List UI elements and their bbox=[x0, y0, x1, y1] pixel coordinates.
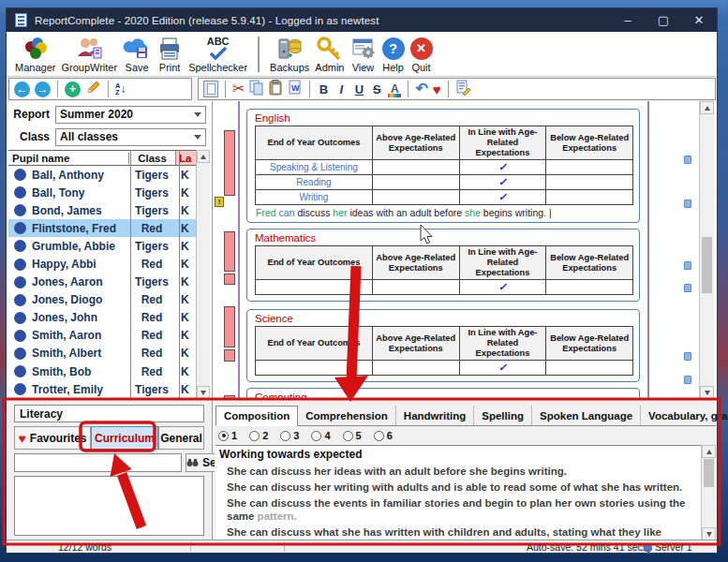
check-cell[interactable] bbox=[546, 190, 633, 205]
check-cell[interactable] bbox=[372, 190, 459, 205]
check-cell[interactable] bbox=[372, 160, 459, 175]
minimize-button[interactable]: – bbox=[610, 8, 646, 32]
tab-general[interactable]: General bbox=[158, 426, 204, 450]
section-marker[interactable] bbox=[224, 306, 235, 348]
paragraph-marker-icon[interactable] bbox=[684, 376, 691, 384]
doc-edit-button[interactable] bbox=[455, 80, 471, 99]
tab-composition[interactable]: Composition bbox=[215, 406, 298, 426]
scrollbar-thumb[interactable] bbox=[704, 459, 714, 487]
section-marker[interactable] bbox=[224, 130, 235, 196]
statement-results-list[interactable] bbox=[14, 476, 204, 536]
strikethrough-button[interactable]: S bbox=[370, 82, 383, 96]
report-scrollbar[interactable] bbox=[699, 101, 714, 399]
pupil-row[interactable]: Smith, AaronRedK bbox=[8, 327, 196, 345]
pupil-row[interactable]: Happy, AbbiRedK bbox=[8, 255, 196, 273]
scroll-down-button[interactable] bbox=[700, 386, 714, 399]
paragraph-marker-icon[interactable] bbox=[684, 352, 691, 361]
statement-item[interactable]: She can discuss what she has written wit… bbox=[215, 524, 716, 540]
level-radio-6[interactable]: 6 bbox=[374, 430, 393, 441]
maximize-button[interactable]: ▢ bbox=[646, 8, 681, 32]
scrollbar-thumb[interactable] bbox=[702, 237, 712, 293]
check-cell[interactable] bbox=[372, 175, 459, 190]
paragraph-marker-icon[interactable] bbox=[684, 261, 691, 270]
pupil-row[interactable]: Jones, DiogoRedK bbox=[8, 291, 196, 309]
scroll-down-button[interactable] bbox=[702, 527, 716, 540]
tab-favourites[interactable]: ♥Favourites bbox=[14, 426, 91, 450]
check-cell[interactable]: ✓ bbox=[459, 280, 546, 295]
pupil-row[interactable]: Smith, AlbertRedK bbox=[8, 345, 196, 362]
level-radio-4[interactable]: 4 bbox=[311, 430, 330, 441]
paste-button[interactable] bbox=[269, 80, 283, 99]
section-computing[interactable]: Computing bbox=[246, 388, 640, 399]
level-radio-2[interactable]: 2 bbox=[249, 430, 268, 441]
tab-handwriting[interactable]: Handwriting bbox=[396, 406, 474, 425]
tab-curriculum[interactable]: Curriculum bbox=[91, 426, 158, 450]
statement-item[interactable]: She can discuss her writing with adults … bbox=[215, 479, 716, 495]
forward-button[interactable]: → bbox=[35, 81, 51, 97]
statement-item[interactable]: She can discuss the events in familiar s… bbox=[215, 495, 716, 524]
pupil-row[interactable]: Trotter, EmilyTigersK bbox=[8, 380, 196, 398]
bold-button[interactable]: B bbox=[317, 82, 330, 96]
close-button[interactable]: ✕ bbox=[681, 8, 717, 32]
toolbar-button-admin[interactable]: Admin bbox=[312, 34, 347, 74]
toolbar-button-quit[interactable]: ✕ Quit bbox=[408, 34, 436, 74]
page-layout-button[interactable] bbox=[203, 81, 218, 97]
section-science[interactable]: Science End of Year Outcomes Above Age-R… bbox=[246, 309, 640, 382]
statement-item[interactable]: She can discuss her ideas with an adult … bbox=[215, 463, 716, 479]
toolbar-button-save[interactable]: Save bbox=[120, 34, 154, 74]
underline-button[interactable]: U bbox=[352, 82, 365, 96]
check-cell[interactable]: ✓ bbox=[459, 175, 546, 190]
subject-select[interactable]: Literacy bbox=[14, 405, 204, 422]
pupil-row[interactable]: Grumble, AbbieTigersK bbox=[8, 237, 196, 255]
tab-spoken-language[interactable]: Spoken Language bbox=[532, 406, 641, 425]
section-marker[interactable] bbox=[224, 231, 235, 272]
edit-pencil-button[interactable] bbox=[85, 80, 101, 99]
search-input[interactable] bbox=[14, 453, 182, 472]
pupil-row[interactable]: Ball, TonyTigersK bbox=[8, 184, 196, 201]
check-cell[interactable] bbox=[372, 280, 459, 295]
level-radio-5[interactable]: 5 bbox=[343, 430, 362, 441]
tab-comprehension[interactable]: Comprehension bbox=[298, 406, 396, 425]
italic-button[interactable]: I bbox=[334, 82, 348, 96]
section-marker[interactable] bbox=[224, 349, 235, 362]
level-radio-1[interactable]: 1 bbox=[218, 430, 237, 441]
tab-vocabulary-grammar[interactable]: Vocabulary, grammar an bbox=[641, 406, 728, 425]
check-cell[interactable]: ✓ bbox=[459, 361, 546, 376]
paragraph-marker-icon[interactable] bbox=[684, 284, 691, 292]
column-header-name[interactable]: Pupil name bbox=[8, 153, 128, 164]
scroll-up-button[interactable] bbox=[197, 150, 210, 163]
scroll-up-button[interactable] bbox=[702, 445, 716, 458]
scroll-down-button[interactable] bbox=[197, 386, 210, 399]
statements-scrollbar[interactable] bbox=[701, 445, 716, 540]
favourite-heart-icon[interactable]: ♥ bbox=[433, 82, 441, 96]
toolbar-button-print[interactable]: Print bbox=[154, 34, 186, 74]
check-cell[interactable] bbox=[546, 160, 633, 175]
toolbar-button-help[interactable]: ? Help bbox=[379, 34, 408, 74]
report-select[interactable]: Summer 2020 bbox=[55, 106, 206, 124]
check-cell[interactable] bbox=[546, 361, 633, 376]
section-marker[interactable] bbox=[224, 274, 235, 285]
sort-az-button[interactable]: AZ ↓ bbox=[115, 82, 126, 96]
paragraph-marker-icon[interactable] bbox=[684, 200, 691, 208]
check-cell[interactable] bbox=[546, 280, 633, 295]
section-mathematics[interactable]: Mathematics End of Year Outcomes Above A… bbox=[246, 229, 640, 302]
check-cell[interactable] bbox=[372, 361, 459, 376]
toolbar-button-groupwriter[interactable]: GroupWriter bbox=[58, 34, 120, 74]
undo-icon[interactable]: ↶ bbox=[415, 81, 427, 96]
class-select[interactable]: All classes bbox=[55, 128, 206, 146]
paragraph-marker-icon[interactable] bbox=[684, 155, 691, 164]
paste-word-button[interactable]: W bbox=[288, 80, 303, 99]
report-preview[interactable]: ! English End of Year Outcomes Above Age… bbox=[213, 101, 717, 399]
column-header-class[interactable]: Class bbox=[128, 153, 175, 164]
pupil-list-scrollbar[interactable] bbox=[196, 150, 210, 399]
pupil-row[interactable]: Ball, AnthonyTigersK bbox=[8, 166, 196, 184]
level-radio-3[interactable]: 3 bbox=[280, 430, 299, 441]
toolbar-button-manager[interactable]: Manager bbox=[12, 34, 58, 74]
tab-spelling[interactable]: Spelling bbox=[474, 406, 532, 425]
add-button[interactable]: + bbox=[65, 81, 81, 97]
section-english[interactable]: English End of Year Outcomes Above Age-R… bbox=[246, 109, 640, 223]
pupil-row-selected[interactable]: Flintstone, FredRedK bbox=[8, 219, 196, 237]
toolbar-button-spellchecker[interactable]: ABC Spellchecker bbox=[186, 34, 250, 74]
toolbar-button-backups[interactable]: Backups bbox=[267, 34, 312, 74]
check-cell[interactable]: ✓ bbox=[459, 160, 546, 175]
